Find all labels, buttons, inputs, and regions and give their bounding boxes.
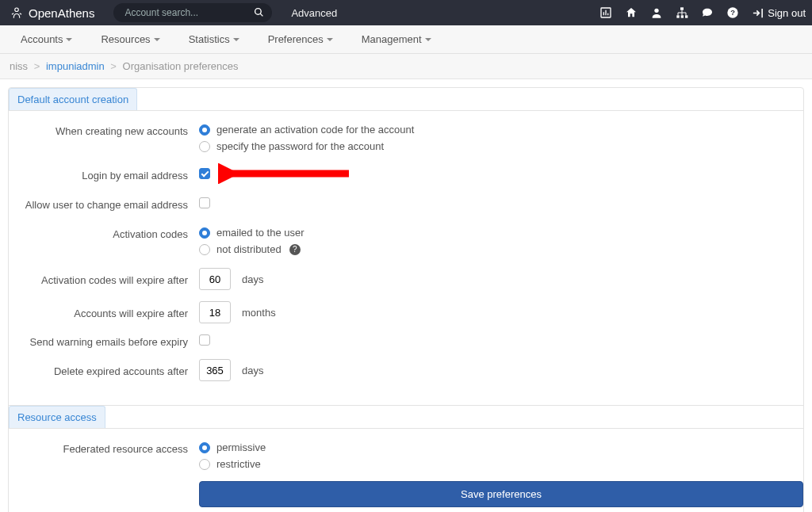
advanced-search-link[interactable]: Advanced: [291, 7, 337, 19]
svg-point-0: [15, 8, 19, 12]
help-icon[interactable]: ?: [726, 6, 739, 19]
option-text: emailed to the user: [216, 227, 304, 239]
option-text: permissive: [216, 441, 266, 453]
svg-point-3: [655, 9, 659, 13]
label-login-email: Login by email address: [9, 166, 199, 181]
nav-accounts[interactable]: Accounts: [6, 25, 86, 53]
home-icon[interactable]: [625, 6, 638, 19]
breadcrumb-item: niss: [10, 60, 28, 72]
top-bar: OpenAthens Advanced ? Sign out: [0, 0, 812, 25]
radio-generate-activation[interactable]: [199, 124, 210, 136]
option-text: not distributed: [216, 243, 282, 255]
checkbox-warning-emails[interactable]: [199, 334, 210, 346]
input-accounts-expire-months[interactable]: [199, 301, 231, 323]
label-allow-change-email: Allow user to change email address: [9, 196, 199, 211]
breadcrumb: niss > impuniadmin > Organisation prefer…: [0, 54, 812, 79]
search-input[interactable]: [113, 3, 272, 22]
option-text: restrictive: [216, 458, 261, 470]
label-codes-expire: Activation codes will expire after: [9, 271, 199, 286]
radio-not-distributed[interactable]: [199, 244, 210, 255]
checkbox-login-by-email[interactable]: [199, 168, 210, 179]
save-preferences-button[interactable]: Save preferences: [199, 481, 803, 507]
nav-statistics[interactable]: Statistics: [174, 25, 254, 53]
svg-rect-5: [677, 15, 680, 17]
label-when-creating: When creating new accounts: [9, 122, 199, 137]
section-header-default-creation: Default account creation: [9, 88, 137, 110]
caret-icon: [233, 38, 239, 41]
brand-logo: OpenAthens: [10, 6, 94, 20]
svg-rect-6: [681, 15, 684, 17]
section-header-resource-access: Resource access: [9, 406, 105, 428]
breadcrumb-link[interactable]: impuniadmin: [46, 60, 105, 72]
radio-specify-password[interactable]: [199, 141, 210, 152]
breadcrumb-sep: >: [110, 60, 117, 72]
option-text: specify the password for the account: [216, 140, 384, 152]
dashboard-icon[interactable]: [599, 6, 612, 19]
radio-restrictive[interactable]: [199, 459, 210, 470]
unit-days: days: [242, 365, 263, 376]
svg-point-1: [255, 9, 262, 15]
annotation-arrow-icon: [218, 163, 353, 184]
radio-emailed-user[interactable]: [199, 227, 210, 239]
svg-rect-7: [685, 15, 688, 17]
label-accounts-expire: Accounts will expire after: [9, 304, 199, 319]
caret-icon: [327, 38, 333, 41]
openathens-icon: [10, 6, 24, 20]
label-federated: Federated resource access: [9, 440, 199, 455]
unit-days: days: [242, 273, 263, 285]
comment-icon[interactable]: [701, 6, 714, 19]
radio-permissive[interactable]: [199, 442, 210, 453]
user-icon[interactable]: [650, 6, 663, 19]
sitemap-icon[interactable]: [676, 6, 688, 19]
nav-preferences[interactable]: Preferences: [254, 25, 347, 53]
top-icons: ? Sign out: [599, 6, 806, 19]
search-wrap: [113, 3, 272, 22]
preferences-panel: Default account creation When creating n…: [8, 87, 804, 512]
breadcrumb-sep: >: [34, 60, 40, 72]
caret-icon: [66, 38, 72, 41]
checkbox-allow-change-email[interactable]: [199, 197, 210, 208]
default-creation-section: When creating new accounts generate an a…: [9, 111, 803, 405]
unit-months: months: [242, 307, 276, 319]
help-icon[interactable]: ?: [289, 244, 301, 255]
nav-resources[interactable]: Resources: [86, 25, 174, 53]
brand-text: OpenAthens: [29, 6, 94, 20]
input-delete-after-days[interactable]: [199, 359, 231, 381]
svg-rect-4: [680, 7, 684, 10]
search-icon[interactable]: [254, 7, 264, 20]
main-nav: Accounts Resources Statistics Preference…: [0, 25, 812, 54]
label-warning-emails: Send warning emails before expiry: [9, 333, 199, 348]
input-codes-expire-days[interactable]: [199, 268, 231, 290]
nav-management[interactable]: Management: [347, 25, 446, 53]
option-text: generate an activation code for the acco…: [216, 124, 414, 136]
label-delete-expired: Delete expired accounts after: [9, 362, 199, 377]
caret-icon: [425, 38, 431, 41]
breadcrumb-current: Organisation preferences: [123, 60, 239, 72]
resource-access-section: Federated resource access permissive res…: [9, 429, 803, 512]
svg-text:?: ?: [730, 9, 735, 17]
sign-out-link[interactable]: Sign out: [752, 7, 806, 19]
label-activation-codes: Activation codes: [9, 225, 199, 240]
caret-icon: [154, 38, 160, 41]
